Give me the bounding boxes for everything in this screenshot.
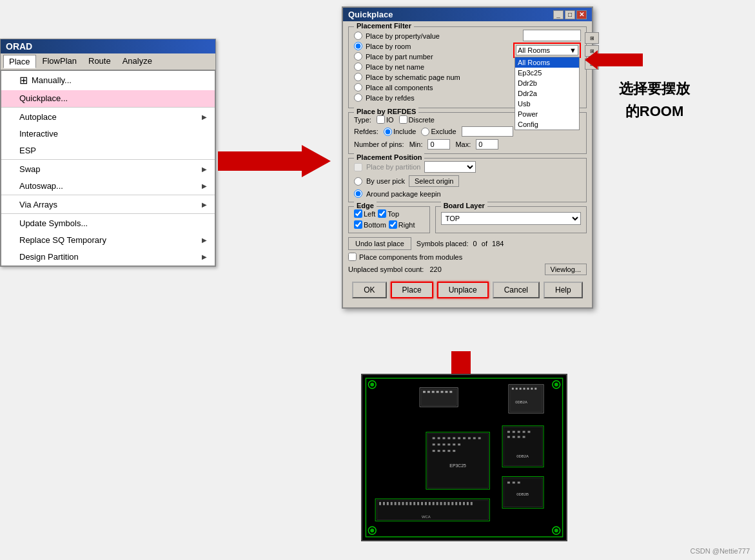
radio-room-input[interactable]: [354, 42, 362, 50]
partition-select[interactable]: [424, 161, 476, 173]
arrow-right-menu-to-dialog: [218, 142, 334, 182]
menu-item-designpartition[interactable]: Design Partition ▶: [1, 249, 215, 266]
svg-point-99: [370, 528, 374, 532]
unplace-button[interactable]: Unplace: [437, 282, 489, 298]
room-option-usb[interactable]: Usb: [515, 99, 579, 109]
svg-rect-89: [459, 502, 461, 505]
edge-bottom[interactable]: Bottom: [354, 220, 386, 229]
replacesq-label: Replace SQ Temporary: [19, 235, 106, 245]
edge-left-input[interactable]: [354, 209, 362, 218]
undo-last-place-button[interactable]: Undo last place: [348, 237, 411, 250]
filter-radio-column: Place by property/value Place by room Pl…: [354, 30, 505, 104]
menu-item-viaarrays[interactable]: Via Arrays ▶: [1, 197, 215, 214]
refdes-radio-include[interactable]: Include: [384, 128, 416, 136]
type-checkbox-io[interactable]: IO: [377, 115, 394, 124]
radio-schematic-input[interactable]: [354, 73, 362, 81]
place-button[interactable]: Place: [391, 282, 433, 298]
property-value-input[interactable]: [523, 30, 581, 41]
edge-right[interactable]: Right: [389, 220, 415, 229]
dropdown-area: All Rooms ▼ All Rooms Ep3c25 Ddr2b Ddr2a…: [510, 30, 581, 58]
app-title: ORAD: [6, 41, 32, 52]
svg-text:WCA: WCA: [422, 515, 431, 519]
radio-place-by-schematic[interactable]: Place by schematic page num: [354, 73, 505, 81]
edge-bottom-input[interactable]: [354, 220, 362, 229]
room-option-ddr2a[interactable]: Ddr2a: [515, 88, 579, 99]
pins-min-input[interactable]: [427, 139, 450, 150]
radio-property-input[interactable]: [354, 32, 362, 40]
room-dropdown-selected[interactable]: All Rooms ▼: [516, 45, 578, 55]
room-option-config[interactable]: Config: [515, 119, 579, 130]
menubar-item-place[interactable]: Place: [3, 55, 36, 68]
cancel-button[interactable]: Cancel: [493, 282, 540, 298]
modules-checkbox-input[interactable]: [348, 253, 357, 261]
menubar-item-route[interactable]: Route: [83, 55, 116, 68]
partition-row: Place by partition: [354, 161, 581, 173]
designpartition-arrow-icon: ▶: [202, 253, 207, 260]
refdes-radio-exclude-input[interactable]: [421, 128, 429, 136]
radio-refdes-input[interactable]: [354, 93, 362, 102]
radio-place-by-refdes[interactable]: Place by refdes: [354, 93, 505, 102]
room-option-ep3c25[interactable]: Ep3c25: [515, 68, 579, 78]
menu-item-quickplace[interactable]: Quickplace...: [1, 90, 215, 108]
dialog-title: Quickplace: [348, 10, 393, 19]
annotation-line1: 选择要摆放: [619, 77, 690, 100]
radio-place-all[interactable]: Place all components: [354, 83, 505, 92]
type-checkbox-discrete-input[interactable]: [399, 115, 407, 124]
edge-top[interactable]: Top: [378, 209, 399, 218]
svg-rect-49: [504, 427, 542, 466]
menu-item-interactive[interactable]: Interactive: [1, 126, 215, 142]
radio-partnumber-input[interactable]: [354, 52, 362, 61]
radio-partnumber-label: Place by part number: [366, 53, 433, 61]
room-option-ddr2b[interactable]: Ddr2b: [515, 78, 579, 88]
svg-rect-38: [443, 443, 446, 445]
type-checkbox-io-input[interactable]: [377, 115, 385, 124]
ok-button[interactable]: OK: [352, 282, 386, 298]
menu-item-swap[interactable]: Swap ▶: [1, 161, 215, 178]
side-btn-1[interactable]: ⊞: [585, 32, 599, 44]
edge-left[interactable]: Left: [354, 209, 375, 218]
menu-item-autoswap[interactable]: Autoswap... ▶: [1, 178, 215, 195]
watermark-text: CSDN @Nettie777: [691, 547, 750, 555]
select-origin-button[interactable]: Select origin: [409, 175, 460, 187]
svg-text:0DB2A: 0DB2A: [515, 400, 527, 404]
partition-checkbox[interactable]: [354, 163, 362, 171]
radio-place-by-partnumber[interactable]: Place by part number: [354, 52, 505, 61]
dialog-close-button[interactable]: ✕: [576, 10, 587, 19]
svg-rect-57: [518, 436, 520, 438]
board-layer-select[interactable]: TOP BOTTOM: [441, 212, 581, 225]
edge-right-input[interactable]: [389, 220, 397, 229]
edge-top-input[interactable]: [378, 209, 386, 218]
menu-item-manually[interactable]: ⊞ Manually...: [1, 71, 215, 90]
menubar-item-analyze[interactable]: Analyze: [117, 55, 157, 68]
radio-place-by-room[interactable]: Place by room: [354, 42, 505, 50]
autoplace-arrow-icon: ▶: [202, 113, 207, 121]
viewlog-button[interactable]: Viewlog...: [545, 264, 587, 275]
menu-item-esp[interactable]: ESP: [1, 142, 215, 160]
menubar-item-flowplan[interactable]: FlowPlan: [37, 55, 82, 68]
pins-max-input[interactable]: [476, 139, 498, 150]
dialog-minimize-button[interactable]: _: [553, 10, 564, 19]
svg-rect-71: [391, 502, 393, 505]
dialog-maximize-button[interactable]: □: [565, 10, 575, 19]
refdes-text-input[interactable]: [462, 126, 513, 137]
menu-item-autoplace[interactable]: Autoplace ▶: [1, 109, 215, 126]
designpartition-label: Design Partition: [19, 252, 79, 262]
replacesq-arrow-icon: ▶: [202, 237, 207, 244]
svg-rect-32: [463, 437, 466, 439]
type-checkbox-discrete[interactable]: Discrete: [399, 115, 435, 124]
menu-item-updatesymbols[interactable]: Update Symbols...: [1, 215, 215, 232]
svg-rect-37: [438, 443, 440, 445]
room-option-allrooms[interactable]: All Rooms: [515, 57, 579, 68]
help-button[interactable]: Help: [544, 282, 583, 298]
radio-all-input[interactable]: [354, 83, 362, 92]
userpick-radio[interactable]: [354, 177, 362, 186]
menu-item-replacesq[interactable]: Replace SQ Temporary ▶: [1, 232, 215, 249]
refdes-radio-include-input[interactable]: [384, 128, 392, 136]
radio-place-by-property[interactable]: Place by property/value: [354, 32, 505, 40]
room-option-power[interactable]: Power: [515, 109, 579, 119]
keepin-radio[interactable]: [354, 189, 362, 198]
refdes-radio-exclude[interactable]: Exclude: [421, 128, 456, 136]
radio-netname-input[interactable]: [354, 63, 362, 71]
partition-label: Place by partition: [366, 163, 420, 171]
radio-place-by-netname[interactable]: Place by net name: [354, 63, 505, 71]
